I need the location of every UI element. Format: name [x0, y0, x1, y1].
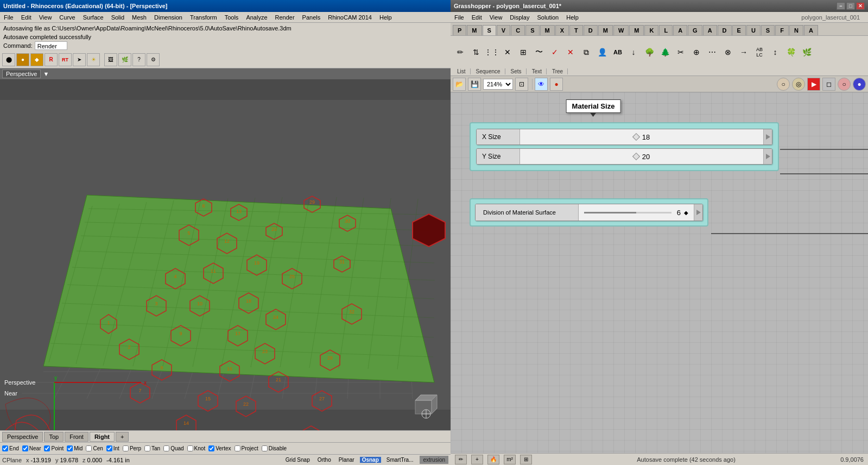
gh-tab-S3[interactable]: S: [761, 25, 775, 35]
division-slider[interactable]: 6 ◆: [579, 204, 694, 221]
toolbar-btn-settings[interactable]: ⚙: [147, 53, 160, 66]
menu-file[interactable]: File: [2, 14, 15, 21]
gh-menu-edit[interactable]: Edit: [470, 14, 484, 21]
gh-menu-help[interactable]: Help: [565, 14, 580, 21]
gh-save-btn[interactable]: 💾: [468, 78, 481, 91]
gh-icon-layers[interactable]: ⧉: [579, 45, 594, 60]
viewport-perspective-label[interactable]: Perspective: [2, 70, 41, 78]
tab-add[interactable]: +: [116, 432, 129, 442]
gh-icon-sort2[interactable]: ↕: [768, 45, 783, 60]
tab-top[interactable]: Top: [44, 432, 64, 442]
menu-dimension[interactable]: Dimension: [153, 14, 184, 21]
tab-front[interactable]: Front: [65, 432, 88, 442]
menu-mesh[interactable]: Mesh: [130, 14, 148, 21]
gh-zoom-select[interactable]: 214%: [483, 79, 513, 90]
nav-cube[interactable]: [413, 392, 440, 419]
gh-tab-V[interactable]: V: [497, 25, 510, 35]
gh-icon-person[interactable]: 👤: [594, 45, 610, 60]
toolbar-btn-1[interactable]: ⬤: [2, 53, 15, 66]
gh-icon-down[interactable]: ↓: [626, 45, 641, 60]
section-list[interactable]: List: [453, 68, 471, 74]
gh-maximize-btn[interactable]: □: [846, 2, 855, 10]
osnap-vertex[interactable]: Vertex: [208, 445, 231, 451]
gh-fit-btn[interactable]: ⊡: [515, 78, 528, 91]
gh-icon-cross-red[interactable]: ✕: [563, 45, 578, 60]
gh-open-btn[interactable]: 📂: [453, 78, 466, 91]
osnap-mid-checkbox[interactable]: [67, 445, 73, 451]
menu-surface[interactable]: Surface: [81, 14, 105, 21]
gh-menu-display[interactable]: Display: [508, 14, 531, 21]
gh-eye-btn[interactable]: 👁: [535, 78, 548, 91]
division-node-inner[interactable]: Division of Material Surface 6 ◆: [475, 204, 703, 221]
command-input[interactable]: Render: [35, 41, 67, 50]
menu-curve[interactable]: Curve: [58, 14, 77, 21]
osnap-project-checkbox[interactable]: [235, 445, 240, 451]
menu-rhinocam[interactable]: RhinoCAM 2014: [326, 14, 373, 21]
gh-tab-P[interactable]: P: [453, 25, 466, 35]
osnap-point-checkbox[interactable]: [44, 445, 50, 451]
gh-circle-btn[interactable]: ○: [838, 78, 851, 91]
gh-icon-wave[interactable]: 〜: [531, 45, 547, 60]
x-size-node[interactable]: X Size 18: [476, 129, 772, 145]
toolbar-btn-help[interactable]: ?: [132, 53, 145, 66]
gh-icon-tree2[interactable]: 🌲: [657, 45, 673, 60]
gh-tab-A3[interactable]: A: [804, 25, 818, 35]
toolbar-btn-rt[interactable]: RT: [59, 53, 72, 66]
y-size-value[interactable]: 20: [520, 149, 763, 164]
gh-icon-scissors[interactable]: ✂: [673, 45, 688, 60]
gh-icon-check-red[interactable]: ✓: [547, 45, 562, 60]
menu-render[interactable]: Render: [274, 14, 296, 21]
osnap-int-checkbox[interactable]: [106, 445, 112, 451]
osnap-end-checkbox[interactable]: [2, 445, 8, 451]
osnap-quad-checkbox[interactable]: [163, 445, 169, 451]
gh-tab-M[interactable]: M: [467, 25, 481, 35]
gh-tab-G[interactable]: G: [688, 25, 702, 35]
gh-icon-text2[interactable]: ABLC: [752, 45, 767, 60]
osnap-knot-checkbox[interactable]: [187, 445, 193, 451]
osnap-near[interactable]: Near: [22, 445, 41, 451]
gh-menu-view[interactable]: View: [488, 14, 504, 21]
osnap-tan-checkbox[interactable]: [144, 445, 150, 451]
gh-status-fire[interactable]: 🔥: [487, 455, 499, 464]
gh-tab-S[interactable]: S: [483, 25, 496, 35]
x-size-value[interactable]: 18: [520, 129, 763, 144]
osnap-mid[interactable]: Mid: [67, 445, 83, 451]
menu-help[interactable]: Help: [378, 14, 394, 21]
gh-icon-text[interactable]: AB: [610, 45, 625, 60]
gh-tab-N[interactable]: N: [789, 25, 803, 35]
osnap-end[interactable]: End: [2, 445, 19, 451]
gh-tab-S2[interactable]: S: [525, 25, 539, 35]
gh-dot-btn[interactable]: ●: [550, 78, 563, 91]
gh-icon-split[interactable]: ⊗: [720, 45, 736, 60]
toolbar-btn-img2[interactable]: 🌿: [118, 53, 131, 66]
gh-icon-tree[interactable]: 🌳: [642, 45, 657, 60]
gh-menu-solution[interactable]: Solution: [535, 14, 560, 21]
y-size-output[interactable]: [763, 149, 772, 164]
gh-icon-sort[interactable]: ⇅: [468, 45, 484, 60]
gh-tab-K[interactable]: K: [644, 25, 658, 35]
section-sequence[interactable]: Sequence: [472, 68, 505, 74]
menu-transform[interactable]: Transform: [188, 14, 219, 21]
gh-gray-btn[interactable]: ◻: [822, 78, 835, 91]
division-slider-track[interactable]: [584, 212, 671, 213]
planar-btn[interactable]: Planar: [337, 457, 357, 463]
toolbar-btn-r[interactable]: R: [45, 53, 58, 66]
tab-perspective[interactable]: Perspective: [2, 432, 43, 442]
gh-icon-cross[interactable]: ✕: [500, 45, 515, 60]
gh-tab-E[interactable]: E: [732, 25, 746, 35]
gh-tab-A2[interactable]: A: [703, 25, 717, 35]
x-size-output[interactable]: [763, 129, 772, 144]
gh-tab-L[interactable]: L: [659, 25, 673, 35]
toolbar-btn-sun[interactable]: ☀: [87, 53, 100, 66]
menu-solid[interactable]: Solid: [110, 14, 126, 21]
gh-status-m2[interactable]: m²: [504, 455, 516, 464]
gh-icon-leaf[interactable]: 🍀: [783, 45, 799, 60]
gh-canvas[interactable]: Material Size X Size 18: [451, 92, 868, 453]
osnap-int[interactable]: Int: [106, 445, 119, 451]
gh-red-btn[interactable]: ▶: [807, 78, 820, 91]
viewport-dropdown-icon[interactable]: ▼: [43, 71, 49, 77]
menu-panels[interactable]: Panels: [301, 14, 322, 21]
gh-tab-X[interactable]: X: [555, 25, 569, 35]
gh-sphere2-btn[interactable]: ◎: [792, 78, 805, 91]
gh-tab-W[interactable]: W: [613, 25, 629, 35]
